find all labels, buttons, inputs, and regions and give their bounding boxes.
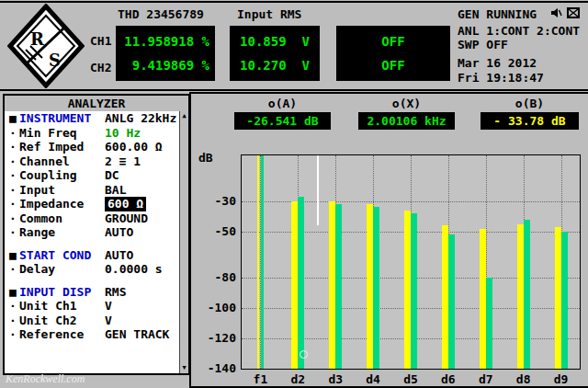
menu-item-label: Unit Ch1: [19, 299, 105, 314]
ch2-label: CH2: [90, 61, 111, 74]
x-tick-label: d2: [279, 372, 316, 386]
menu-item-label: Coupling: [19, 168, 105, 183]
menu-item-value[interactable]: 2 ≡ 1: [105, 154, 141, 169]
menu-item-impedance[interactable]: ·Impedance600 Ω: [5, 197, 180, 211]
menu-bullet-icon: ■: [9, 285, 19, 300]
menu-item-ref-imped[interactable]: ·Ref Imped600.00 Ω: [5, 140, 180, 154]
bar-thd-ch2-d2: [298, 197, 304, 369]
input-rms-readout: 10.859 V 10.270 V: [230, 26, 320, 81]
menu-bullet-icon: ·: [9, 211, 19, 226]
x-tick-label: d4: [355, 372, 391, 386]
menu-item-unit-ch1[interactable]: ·Unit Ch1V: [5, 299, 180, 314]
menu-spacer: [5, 240, 180, 248]
menu-item-delay[interactable]: ·Delay0.0000 s: [5, 262, 180, 277]
time-display: Fri 19:18:47: [458, 71, 544, 85]
gen-status: GEN RUNNING: [458, 7, 537, 21]
menu-bullet-icon: ·: [9, 126, 19, 141]
cursor-x-label: o(X): [358, 97, 455, 110]
menu-item-value[interactable]: RMS: [105, 285, 126, 300]
menu-item-value[interactable]: 10 Hz: [105, 126, 141, 141]
menu-bullet-icon: ·: [9, 314, 19, 328]
scroll-down-icon[interactable]: ▼: [180, 364, 188, 372]
menu-item-start-cond[interactable]: ■START CONDAUTO: [5, 248, 180, 263]
bar-thd-ch2-d3: [335, 204, 342, 369]
y-tick-label: -140: [196, 361, 236, 375]
bar-thd-ch2-d4: [373, 207, 379, 369]
menu-item-reference[interactable]: ·ReferenceGEN TRACK: [5, 327, 180, 342]
cursor-marker-icon: [300, 350, 308, 359]
x-tick-label: d5: [392, 372, 429, 386]
menu-item-unit-ch2[interactable]: ·Unit Ch2V: [5, 314, 180, 328]
menu-item-input-disp[interactable]: ■INPUT DISPRMS: [5, 285, 180, 300]
menu-item-value[interactable]: 600.00 Ω: [105, 140, 163, 154]
x-tick-label: d7: [468, 372, 504, 386]
thd-ch2-value: 9.419869 %: [116, 58, 215, 73]
y-tick-label: -120: [196, 331, 236, 345]
menu-item-value[interactable]: V: [105, 299, 112, 314]
menu-bullet-icon: ·: [9, 154, 19, 169]
cursor-a-label: o(A): [234, 97, 331, 110]
bar-thd-ch1-d9: [555, 227, 561, 369]
bar-thd-ch2-d5: [411, 213, 417, 369]
cursor-b-value: - 33.78 dB: [481, 112, 579, 130]
menu-bullet-icon: ·: [9, 262, 19, 277]
x-tick-label: d8: [505, 372, 542, 386]
menu-item-label: Impedance: [19, 197, 105, 211]
aux-line1: OFF: [336, 34, 450, 49]
speaker-icon: [550, 7, 562, 18]
input-rms-title: Input RMS: [237, 7, 301, 21]
menu-item-value[interactable]: V: [105, 314, 112, 328]
x-tick-label: d3: [317, 372, 354, 386]
date-display: Mar 16 2012: [458, 56, 537, 70]
bar-thd-ch1-d6: [442, 225, 448, 369]
menu-item-label: Ref Imped: [19, 140, 105, 154]
menu-item-min-freq[interactable]: ·Min Freq10 Hz: [5, 126, 180, 141]
menu-item-value[interactable]: GROUND: [105, 211, 148, 226]
menu-item-value[interactable]: AUTO: [105, 248, 133, 263]
menu-bullet-icon: ·: [9, 225, 19, 240]
menu-item-value[interactable]: DC: [105, 168, 119, 183]
monitor-icon: [567, 7, 580, 18]
bar-thd-ch2-d6: [448, 234, 455, 369]
menu-bullet-icon: ■: [9, 111, 19, 126]
x-tick-label: f1: [242, 372, 278, 386]
menu-item-range[interactable]: ·RangeAUTO: [5, 225, 180, 240]
menu-bullet-icon: ·: [9, 140, 19, 154]
bar-thd-ch1-d4: [367, 204, 373, 369]
analyzer-scrollbar[interactable]: ▲ ▼: [179, 111, 188, 373]
rs-logo: R S: [7, 4, 85, 88]
menu-item-value[interactable]: 0.0000 s: [105, 262, 163, 277]
menu-item-label: START COND: [19, 248, 105, 263]
menu-item-value[interactable]: GEN TRACK: [105, 327, 169, 342]
ch1-label: CH1: [90, 34, 111, 48]
top-border: [0, 1, 588, 3]
menu-item-value[interactable]: ANLG 22kHz: [105, 111, 176, 126]
x-cursor-line[interactable]: [317, 155, 319, 225]
analyzer-panel: ANALYZER ■INSTRUMENTANLG 22kHz·Min Freq1…: [3, 94, 190, 375]
plot-area[interactable]: -30-50-80-100-120-140f1d2d3d4d5d6d7d8d9: [241, 154, 581, 370]
menu-item-label: Min Freq: [19, 126, 105, 141]
y-tick-label: -80: [196, 270, 236, 284]
menu-item-common[interactable]: ·CommonGROUND: [5, 211, 180, 226]
bar-thd-ch2-d9: [561, 232, 568, 369]
menu-item-label: Common: [19, 211, 105, 226]
thd-ch1-value: 11.958918 %: [116, 34, 215, 49]
menu-bullet-icon: ·: [9, 183, 19, 198]
header-divider: [0, 89, 588, 91]
menu-item-label: INPUT DISP: [19, 285, 105, 300]
scroll-up-icon[interactable]: ▲: [180, 112, 188, 120]
cursor-b-label: o(B): [481, 97, 579, 110]
menu-item-value[interactable]: AUTO: [105, 225, 133, 240]
menu-item-value[interactable]: 600 Ω: [105, 197, 146, 211]
bar-thd-ch1-d5: [404, 211, 411, 369]
menu-item-input[interactable]: ·InputBAL: [5, 183, 180, 198]
menu-item-coupling[interactable]: ·CouplingDC: [5, 168, 180, 183]
input-rms-ch1-value: 10.859 V: [230, 34, 320, 49]
analyzer-menu-list: ■INSTRUMENTANLG 22kHz·Min Freq10 Hz·Ref …: [5, 111, 180, 373]
menu-item-channel[interactable]: ·Channel2 ≡ 1: [5, 154, 180, 169]
menu-item-instrument[interactable]: ■INSTRUMENTANLG 22kHz: [5, 111, 180, 126]
menu-item-value[interactable]: BAL: [105, 183, 126, 198]
menu-bullet-icon: ·: [9, 327, 19, 342]
bar-thd-ch1-d2: [291, 201, 298, 369]
bar-thd-ch1-d7: [480, 229, 486, 369]
